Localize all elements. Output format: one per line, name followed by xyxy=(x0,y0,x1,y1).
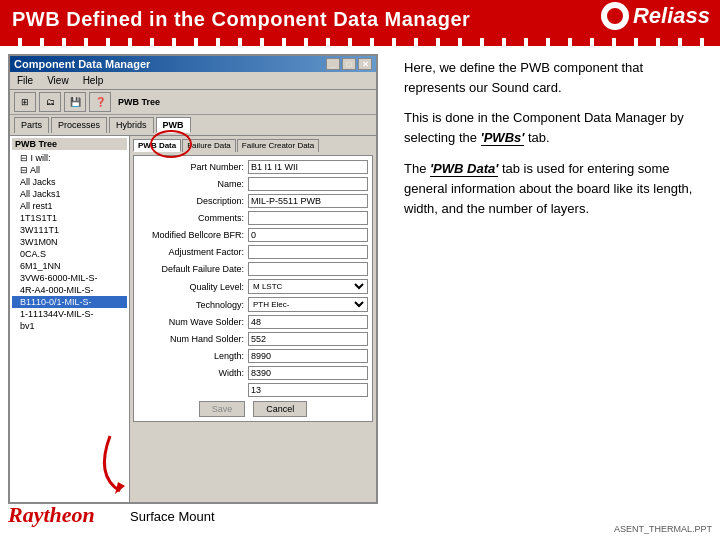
red-stripe-decoration xyxy=(0,38,720,46)
quality-level-select[interactable]: M LSTC xyxy=(248,279,368,294)
tree-item-13[interactable]: 1-111344V-MIL-S- xyxy=(12,308,127,320)
technology-select[interactable]: PTH Elec- xyxy=(248,297,368,312)
cdm-titlebar-buttons: _ □ ✕ xyxy=(326,58,372,70)
sub-tab-failure-creator[interactable]: Failure Creator Data xyxy=(237,139,319,152)
main-content: Component Data Manager _ □ ✕ File View H… xyxy=(0,46,720,540)
form-row-bellcore: Modified Bellcore BFR: xyxy=(138,228,368,242)
tree-item-2[interactable]: All Jacks xyxy=(12,176,127,188)
form-row-num-hand: Num Hand Solder: xyxy=(138,332,368,346)
sub-tab-failure-data[interactable]: Failure Data xyxy=(182,139,236,152)
pwb-data-tab-link: 'PWB Data' xyxy=(430,161,498,177)
toolbar-btn-2[interactable]: 🗂 xyxy=(39,92,61,112)
form-row-name: Name: xyxy=(138,177,368,191)
header-bar: PWB Defined in the Component Data Manage… xyxy=(0,0,720,38)
menu-view[interactable]: View xyxy=(44,74,72,87)
tab-pwb[interactable]: PWB xyxy=(156,117,191,133)
tree-item-6[interactable]: 3W111T1 xyxy=(12,224,127,236)
toolbar-btn-1[interactable]: ⊞ xyxy=(14,92,36,112)
num-wave-input[interactable] xyxy=(248,315,368,329)
tree-item-10[interactable]: 3VW6-6000-MIL-S- xyxy=(12,272,127,284)
logo-circle-icon xyxy=(601,2,629,30)
cdm-toolbar: ⊞ 🗂 💾 ❓ PWB Tree xyxy=(10,90,376,115)
filename-label: ASENT_THERMAL.PPT xyxy=(614,524,712,534)
tree-item-12[interactable]: B1110-0/1-MIL-S- xyxy=(12,296,127,308)
text-para2-end: tab. xyxy=(524,130,549,145)
form-area: Part Number: Name: Description: Com xyxy=(133,155,373,422)
tab-processes[interactable]: Processes xyxy=(51,117,107,133)
comments-input[interactable] xyxy=(248,211,368,225)
num-hand-label: Num Hand Solder: xyxy=(138,334,248,344)
tree-item-14[interactable]: bv1 xyxy=(12,320,127,332)
adjustment-factor-label: Adjustment Factor: xyxy=(138,247,248,257)
menu-help[interactable]: Help xyxy=(80,74,107,87)
form-footer: Save Cancel xyxy=(138,401,368,417)
num-wave-label: Num Wave Solder: xyxy=(138,317,248,327)
close-button[interactable]: ✕ xyxy=(358,58,372,70)
form-row-description: Description: xyxy=(138,194,368,208)
sub-tab-pwb-data[interactable]: PWB Data xyxy=(133,139,181,152)
cdm-window-title: Component Data Manager xyxy=(14,58,150,70)
name-input[interactable] xyxy=(248,177,368,191)
form-row-num-wave: Num Wave Solder: xyxy=(138,315,368,329)
toolbar-btn-3[interactable]: 💾 xyxy=(64,92,86,112)
form-row-layers xyxy=(138,383,368,397)
form-row-length: Length: xyxy=(138,349,368,363)
tree-item-7[interactable]: 3W1M0N xyxy=(12,236,127,248)
tab-parts[interactable]: Parts xyxy=(14,117,49,133)
text-paragraph-2: This is done in the Component Data Manag… xyxy=(404,108,706,148)
tree-item-4[interactable]: All rest1 xyxy=(12,200,127,212)
width-input[interactable] xyxy=(248,366,368,380)
num-hand-input[interactable] xyxy=(248,332,368,346)
form-row-width: Width: xyxy=(138,366,368,380)
tree-item-8[interactable]: 0CA.S xyxy=(12,248,127,260)
logo-text: Reliass xyxy=(633,3,710,29)
quality-level-label: Quality Level: xyxy=(138,282,248,292)
form-row-adjustment: Adjustment Factor: xyxy=(138,245,368,259)
sub-tab-bar: PWB Data Failure Data Failure Creator Da… xyxy=(133,139,373,152)
length-label: Length: xyxy=(138,351,248,361)
toolbar-label: PWB Tree xyxy=(118,97,160,107)
description-input[interactable] xyxy=(248,194,368,208)
save-button[interactable]: Save xyxy=(199,401,246,417)
cdm-titlebar: Component Data Manager _ □ ✕ xyxy=(10,56,376,72)
length-input[interactable] xyxy=(248,349,368,363)
name-label: Name: xyxy=(138,179,248,189)
minimize-button[interactable]: _ xyxy=(326,58,340,70)
layers-input[interactable] xyxy=(248,383,368,397)
tree-item-0[interactable]: ⊟ I will: xyxy=(12,152,127,164)
text-paragraph-1: Here, we define the PWB component that r… xyxy=(404,58,706,98)
comments-label: Comments: xyxy=(138,213,248,223)
text-para3-start: The xyxy=(404,161,430,176)
part-number-input[interactable] xyxy=(248,160,368,174)
default-failure-label: Default Failure Date: xyxy=(138,264,248,274)
toolbar-btn-4[interactable]: ❓ xyxy=(89,92,111,112)
description-label: Description: xyxy=(138,196,248,206)
modified-bellcore-input[interactable] xyxy=(248,228,368,242)
text-paragraph-3: The 'PWB Data' tab is used for entering … xyxy=(404,159,706,219)
logo-circle-inner xyxy=(605,6,625,26)
default-failure-input[interactable] xyxy=(248,262,368,276)
tree-item-1[interactable]: ⊟ All xyxy=(12,164,127,176)
part-number-label: Part Number: xyxy=(138,162,248,172)
form-row-comments: Comments: xyxy=(138,211,368,225)
form-row-default-failure: Default Failure Date: xyxy=(138,262,368,276)
form-row-technology: Technology: PTH Elec- xyxy=(138,297,368,312)
pwbs-tab-link: 'PWBs' xyxy=(481,130,525,146)
text-panel: Here, we define the PWB component that r… xyxy=(390,46,720,540)
tab-hybrids[interactable]: Hybrids xyxy=(109,117,154,133)
tree-item-3[interactable]: All Jacks1 xyxy=(12,188,127,200)
raytheon-logo: Raytheon xyxy=(8,502,95,528)
form-row-part-number: Part Number: xyxy=(138,160,368,174)
cdm-tree-title: PWB Tree xyxy=(12,138,127,150)
tree-item-5[interactable]: 1T1S1T1 xyxy=(12,212,127,224)
main-tab-bar: Parts Processes Hybrids PWB xyxy=(10,115,376,136)
tree-item-9[interactable]: 6M1_1NN xyxy=(12,260,127,272)
surface-mount-text: Surface Mount xyxy=(130,509,215,524)
menu-file[interactable]: File xyxy=(14,74,36,87)
technology-label: Technology: xyxy=(138,300,248,310)
cancel-button[interactable]: Cancel xyxy=(253,401,307,417)
cdm-window: Component Data Manager _ □ ✕ File View H… xyxy=(8,54,378,504)
tree-item-11[interactable]: 4R-A4-000-MIL-S- xyxy=(12,284,127,296)
adjustment-factor-input[interactable] xyxy=(248,245,368,259)
maximize-button[interactable]: □ xyxy=(342,58,356,70)
